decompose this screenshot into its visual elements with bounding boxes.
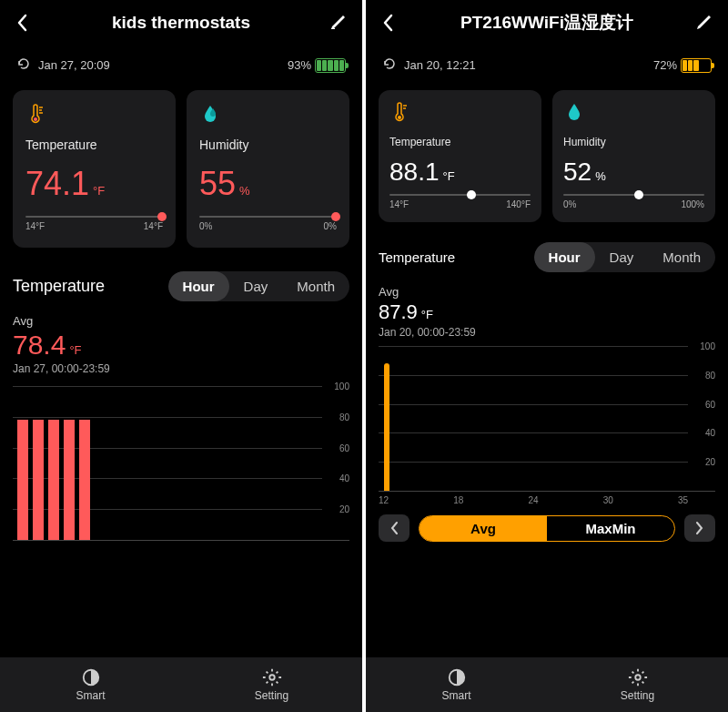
battery-icon — [681, 58, 712, 73]
chart-metric-label: Temperature — [13, 277, 105, 296]
metric-cards: Temperature 74.1 °F 14°F 14°F Humidity 5… — [0, 83, 362, 255]
chart-next-button[interactable] — [684, 514, 715, 542]
tab-hour[interactable]: Hour — [534, 242, 595, 272]
status-row: Jan 20, 12:21 72% — [366, 46, 728, 83]
humidity-range-slider[interactable]: 0% 0% — [199, 221, 337, 231]
back-button[interactable] — [13, 14, 31, 32]
timeframe-segmented: Hour Day Month — [168, 271, 349, 301]
avg-time-range: Jan 20, 00:00-23:59 — [379, 326, 715, 339]
svg-point-7 — [398, 116, 401, 119]
avg-value: 78.4 °F — [13, 330, 349, 361]
temp-value: 88.1 °F — [389, 158, 531, 187]
edit-button[interactable] — [695, 13, 715, 33]
phone-right: PT216WWiFi温湿度计 Jan 20, 12:21 72% Tempera… — [366, 0, 728, 712]
battery-indicator: 93% — [288, 58, 346, 73]
svg-rect-0 — [331, 28, 335, 29]
temp-value: 74.1 °F — [25, 165, 163, 203]
refresh-button[interactable] — [16, 56, 31, 74]
humidity-label: Humidity — [563, 136, 704, 148]
humidity-value: 52 % — [563, 158, 704, 187]
battery-pct: 93% — [288, 58, 311, 72]
temperature-card[interactable]: Temperature 74.1 °F 14°F 14°F — [13, 90, 176, 248]
avg-value: 87.9 °F — [379, 300, 715, 324]
chart-prev-button[interactable] — [379, 514, 410, 542]
nav-smart[interactable]: Smart — [366, 657, 547, 712]
nav-smart[interactable]: Smart — [0, 657, 181, 712]
tab-day[interactable]: Day — [229, 271, 283, 301]
phone-left: kids thermostats Jan 27, 20:09 93% Tempe… — [0, 0, 362, 712]
bottom-nav: Smart Setting — [0, 657, 362, 712]
page-title: kids thermostats — [0, 13, 362, 33]
avg-block: Avg 78.4 °F Jan 27, 00:00-23:59 — [0, 307, 362, 377]
seg-avg[interactable]: Avg — [420, 516, 547, 541]
smart-icon — [447, 667, 467, 687]
humidity-card[interactable]: Humidity 52 % 0% 100% — [552, 90, 715, 222]
droplet-icon — [199, 103, 221, 125]
chevron-right-icon — [696, 522, 703, 534]
temp-label: Temperature — [25, 137, 163, 152]
avg-maxmin-segmented: Avg MaxMin — [419, 515, 675, 542]
edit-button[interactable] — [329, 13, 349, 33]
tab-hour[interactable]: Hour — [168, 271, 229, 301]
temp-range-slider[interactable]: 14°F 14°F — [25, 221, 163, 231]
header: kids thermostats — [0, 0, 362, 46]
page-title: PT216WWiFi温湿度计 — [366, 11, 728, 35]
seg-maxmin[interactable]: MaxMin — [547, 516, 674, 541]
svg-point-6 — [269, 675, 275, 680]
temp-range-slider[interactable]: 14°F 140°F — [389, 199, 531, 209]
bottom-nav: Smart Setting — [366, 657, 728, 712]
back-button[interactable] — [379, 14, 397, 32]
refresh-button[interactable] — [382, 56, 397, 74]
nav-setting[interactable]: Setting — [181, 657, 362, 712]
humidity-card[interactable]: Humidity 55 % 0% 0% — [187, 90, 349, 248]
refresh-icon — [16, 56, 31, 71]
chevron-left-icon — [16, 14, 27, 32]
battery-pct: 72% — [653, 58, 677, 72]
battery-icon — [315, 58, 346, 73]
humidity-value: 55 % — [199, 165, 337, 203]
tab-month[interactable]: Month — [282, 271, 349, 301]
tab-day[interactable]: Day — [595, 242, 649, 272]
smart-icon — [81, 667, 101, 687]
temperature-chart[interactable]: 100 80 60 40 20 — [13, 386, 349, 541]
metric-cards: Temperature 88.1 °F 14°F 140°F Humidity … — [366, 83, 728, 229]
timeframe-row: Temperature Hour Day Month — [0, 255, 362, 307]
timeframe-segmented: Hour Day Month — [534, 242, 715, 272]
temperature-chart[interactable]: 100 80 60 40 20 — [379, 346, 715, 492]
humidity-range-slider[interactable]: 0% 100% — [563, 199, 704, 209]
svg-point-1 — [34, 117, 37, 121]
chart-metric-label: Temperature — [379, 249, 455, 265]
thermometer-icon — [25, 103, 47, 125]
avg-maxmin-row: Avg MaxMin — [366, 505, 728, 551]
pencil-icon — [329, 13, 348, 31]
avg-block: Avg 87.9 °F Jan 20, 00:00-23:59 — [366, 278, 728, 341]
nav-setting[interactable]: Setting — [547, 657, 728, 712]
chevron-left-icon — [390, 522, 398, 534]
humidity-label: Humidity — [199, 137, 337, 152]
temperature-card[interactable]: Temperature 88.1 °F 14°F 140°F — [379, 90, 541, 222]
thermometer-icon — [389, 101, 411, 123]
avg-label: Avg — [13, 314, 349, 328]
chart-x-ticks: 12 18 24 30 35 — [379, 495, 688, 505]
avg-time-range: Jan 27, 00:00-23:59 — [13, 362, 349, 375]
refresh-icon — [382, 56, 397, 71]
header: PT216WWiFi温湿度计 — [366, 0, 728, 46]
temp-label: Temperature — [389, 136, 531, 148]
avg-label: Avg — [379, 285, 715, 299]
timeframe-row: Temperature Hour Day Month — [366, 229, 728, 278]
last-update-time: Jan 20, 12:21 — [404, 58, 476, 72]
last-update-time: Jan 27, 20:09 — [38, 58, 110, 72]
chevron-left-icon — [382, 14, 393, 32]
tab-month[interactable]: Month — [648, 242, 715, 272]
status-row: Jan 27, 20:09 93% — [0, 46, 362, 83]
battery-indicator: 72% — [653, 58, 712, 73]
pencil-icon — [695, 13, 713, 31]
gear-icon — [262, 667, 282, 687]
droplet-icon — [563, 101, 585, 123]
svg-point-11 — [635, 675, 641, 680]
gear-icon — [628, 667, 648, 687]
